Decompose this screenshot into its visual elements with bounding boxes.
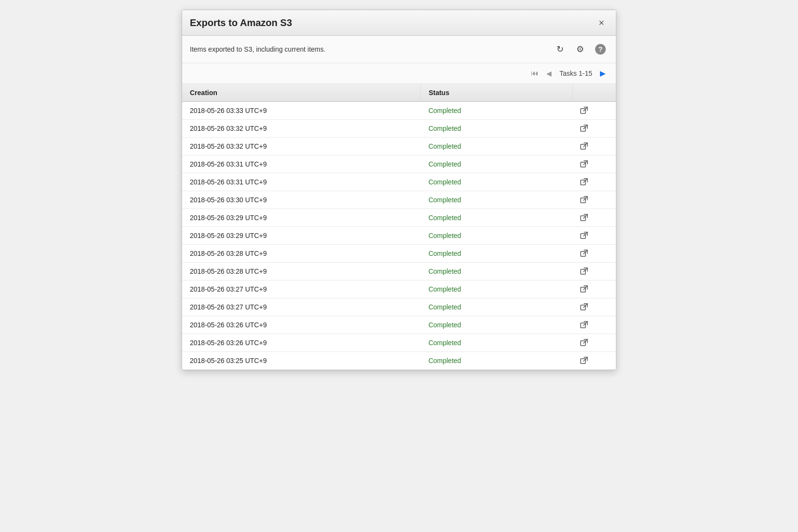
- table-row: 2018-05-26 03:31 UTC+9Completed: [182, 155, 616, 173]
- cell-creation: 2018-05-26 03:28 UTC+9: [182, 245, 421, 263]
- first-page-button[interactable]: ⏮: [528, 67, 542, 80]
- external-link-button[interactable]: [580, 267, 588, 275]
- close-button[interactable]: ×: [595, 16, 608, 29]
- cell-status: Completed: [421, 316, 572, 334]
- status-badge: Completed: [428, 303, 461, 311]
- table-row: 2018-05-26 03:27 UTC+9Completed: [182, 280, 616, 298]
- cell-action: [572, 263, 616, 280]
- cell-creation: 2018-05-26 03:29 UTC+9: [182, 227, 421, 245]
- next-page-button[interactable]: ▶: [597, 68, 608, 79]
- external-link-button[interactable]: [580, 303, 588, 311]
- external-link-icon: [580, 303, 588, 311]
- column-header-action: [572, 84, 616, 102]
- cell-action: [572, 280, 616, 298]
- dialog-title: Exports to Amazon S3: [190, 17, 292, 28]
- external-link-button[interactable]: [580, 214, 588, 222]
- external-link-button[interactable]: [580, 125, 588, 132]
- cell-creation: 2018-05-26 03:31 UTC+9: [182, 155, 421, 173]
- toolbar: Items exported to S3, including current …: [182, 36, 616, 63]
- help-icon: ?: [595, 44, 606, 55]
- cell-status: Completed: [421, 209, 572, 227]
- table-row: 2018-05-26 03:29 UTC+9Completed: [182, 227, 616, 245]
- table-row: 2018-05-26 03:32 UTC+9Completed: [182, 138, 616, 155]
- table-row: 2018-05-26 03:28 UTC+9Completed: [182, 263, 616, 280]
- table-row: 2018-05-26 03:33 UTC+9Completed: [182, 102, 616, 120]
- external-link-icon: [580, 232, 588, 239]
- cell-status: Completed: [421, 280, 572, 298]
- cell-creation: 2018-05-26 03:27 UTC+9: [182, 298, 421, 316]
- external-link-button[interactable]: [580, 250, 588, 257]
- table-row: 2018-05-26 03:30 UTC+9Completed: [182, 191, 616, 209]
- status-badge: Completed: [428, 178, 461, 186]
- external-link-button[interactable]: [580, 196, 588, 204]
- cell-creation: 2018-05-26 03:26 UTC+9: [182, 334, 421, 352]
- external-link-button[interactable]: [580, 160, 588, 168]
- toolbar-description: Items exported to S3, including current …: [190, 45, 326, 53]
- external-link-icon: [580, 214, 588, 222]
- status-badge: Completed: [428, 357, 461, 364]
- external-link-button[interactable]: [580, 232, 588, 239]
- external-link-icon: [580, 125, 588, 132]
- cell-creation: 2018-05-26 03:26 UTC+9: [182, 316, 421, 334]
- table-row: 2018-05-26 03:28 UTC+9Completed: [182, 245, 616, 263]
- prev-page-button[interactable]: ◀: [543, 68, 555, 79]
- cell-action: [572, 334, 616, 352]
- status-badge: Completed: [428, 250, 461, 257]
- cell-action: [572, 138, 616, 155]
- external-link-button[interactable]: [580, 321, 588, 329]
- settings-icon: ⚙: [576, 44, 584, 55]
- status-badge: Completed: [428, 285, 461, 293]
- external-link-button[interactable]: [580, 142, 588, 150]
- cell-action: [572, 227, 616, 245]
- help-button[interactable]: ?: [593, 42, 608, 57]
- cell-creation: 2018-05-26 03:32 UTC+9: [182, 138, 421, 155]
- external-link-icon: [580, 107, 588, 114]
- cell-status: Completed: [421, 120, 572, 138]
- status-badge: Completed: [428, 339, 461, 347]
- external-link-button[interactable]: [580, 339, 588, 347]
- external-link-icon: [580, 339, 588, 347]
- external-link-icon: [580, 250, 588, 257]
- cell-status: Completed: [421, 173, 572, 191]
- prev-page-icon: ◀: [546, 70, 552, 77]
- external-link-icon: [580, 196, 588, 204]
- first-page-icon: ⏮: [531, 69, 539, 78]
- table-row: 2018-05-26 03:26 UTC+9Completed: [182, 334, 616, 352]
- cell-action: [572, 316, 616, 334]
- status-badge: Completed: [428, 321, 461, 329]
- external-link-icon: [580, 160, 588, 168]
- status-badge: Completed: [428, 232, 461, 239]
- external-link-button[interactable]: [580, 285, 588, 293]
- status-badge: Completed: [428, 107, 461, 114]
- settings-button[interactable]: ⚙: [572, 42, 588, 57]
- cell-creation: 2018-05-26 03:32 UTC+9: [182, 120, 421, 138]
- table-row: 2018-05-26 03:25 UTC+9Completed: [182, 352, 616, 370]
- cell-creation: 2018-05-26 03:28 UTC+9: [182, 263, 421, 280]
- external-link-button[interactable]: [580, 357, 588, 364]
- status-badge: Completed: [428, 125, 461, 132]
- cell-status: Completed: [421, 191, 572, 209]
- status-badge: Completed: [428, 160, 461, 168]
- external-link-icon: [580, 357, 588, 364]
- table-row: 2018-05-26 03:32 UTC+9Completed: [182, 120, 616, 138]
- refresh-button[interactable]: ↻: [552, 42, 568, 57]
- refresh-icon: ↻: [556, 44, 564, 55]
- cell-action: [572, 173, 616, 191]
- cell-creation: 2018-05-26 03:33 UTC+9: [182, 102, 421, 120]
- table-row: 2018-05-26 03:26 UTC+9Completed: [182, 316, 616, 334]
- cell-creation: 2018-05-26 03:25 UTC+9: [182, 352, 421, 370]
- cell-status: Completed: [421, 298, 572, 316]
- external-link-button[interactable]: [580, 107, 588, 114]
- cell-creation: 2018-05-26 03:31 UTC+9: [182, 173, 421, 191]
- status-badge: Completed: [428, 196, 461, 204]
- next-page-icon: ▶: [600, 70, 605, 77]
- cell-status: Completed: [421, 245, 572, 263]
- exports-table: Creation Status 2018-05-26 03:33 UTC+9Co…: [182, 84, 616, 370]
- cell-status: Completed: [421, 263, 572, 280]
- status-badge: Completed: [428, 142, 461, 150]
- exports-dialog: Exports to Amazon S3 × Items exported to…: [182, 10, 616, 370]
- cell-action: [572, 298, 616, 316]
- cell-status: Completed: [421, 138, 572, 155]
- external-link-button[interactable]: [580, 178, 588, 186]
- cell-creation: 2018-05-26 03:29 UTC+9: [182, 209, 421, 227]
